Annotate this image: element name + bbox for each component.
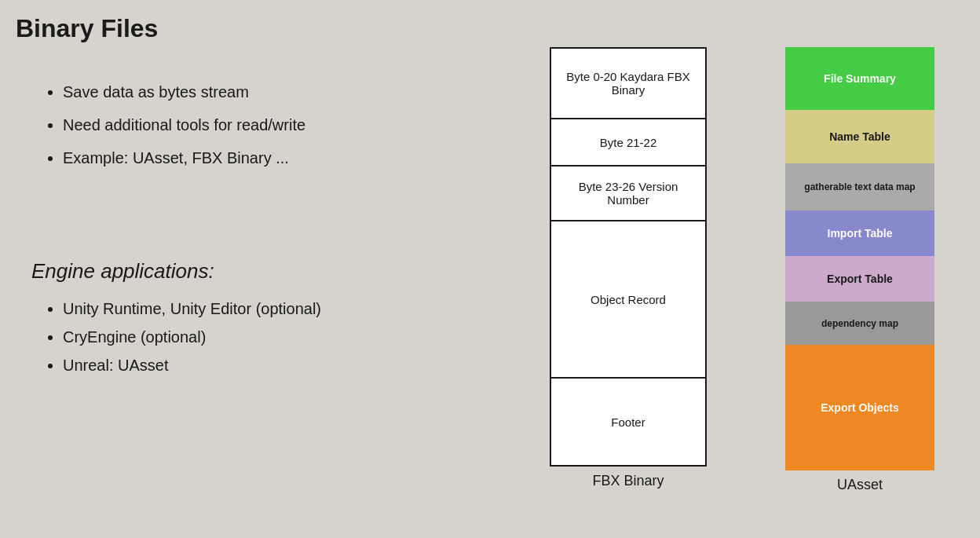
uasset-cell-name-table: Name Table	[785, 110, 934, 163]
uasset-cell-file-summary: File Summary	[785, 47, 934, 110]
engine-section: Engine applications: Unity Runtime, Unit…	[31, 259, 321, 379]
engine-title: Engine applications:	[31, 259, 321, 284]
uasset-cell-dependency-map: dependency map	[785, 302, 934, 345]
fbx-cell-byte-21-22: Byte 21-22	[551, 119, 705, 167]
fbx-cell-byte-23-26: Byte 23-26 Version Number	[551, 167, 705, 221]
engine-bullet-1: Unity Runtime, Unity Editor (optional)	[63, 295, 321, 323]
uasset-cell-import-table: Import Table	[785, 210, 934, 256]
uasset-cell-export-objects: Export Objects	[785, 345, 934, 470]
fbx-cell-byte-0-20: Byte 0-20 Kaydara FBX Binary	[551, 49, 705, 119]
uasset-container: File Summary Name Table gatherable text …	[785, 47, 934, 470]
fbx-diagram: Byte 0-20 Kaydara FBX Binary Byte 21-22 …	[550, 47, 707, 489]
main-bullets: Save data as bytes stream Need additiona…	[47, 79, 305, 178]
uasset-cell-export-table: Export Table	[785, 256, 934, 302]
fbx-cell-object-record: Object Record	[551, 221, 705, 379]
page-title: Binary Files	[16, 14, 158, 43]
bullet-3: Example: UAsset, FBX Binary ...	[63, 145, 305, 171]
engine-bullet-2: CryEngine (optional)	[63, 323, 321, 351]
uasset-diagram: File Summary Name Table gatherable text …	[785, 47, 934, 493]
fbx-container: Byte 0-20 Kaydara FBX Binary Byte 21-22 …	[550, 47, 707, 467]
engine-bullet-3: Unreal: UAsset	[63, 351, 321, 379]
bullet-2: Need additional tools for read/write	[63, 112, 305, 138]
fbx-cell-footer: Footer	[551, 379, 705, 465]
bullet-1: Save data as bytes stream	[63, 79, 305, 105]
uasset-label: UAsset	[785, 477, 934, 493]
fbx-label: FBX Binary	[550, 473, 707, 489]
uasset-cell-gatherable: gatherable text data map	[785, 163, 934, 210]
